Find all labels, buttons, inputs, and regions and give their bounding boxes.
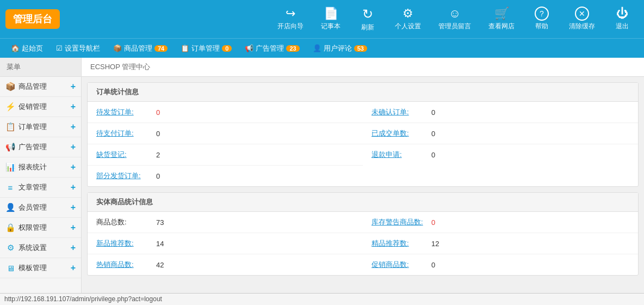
sidebar-item-system[interactable]: ⚙ 系统设置 + bbox=[0, 238, 81, 258]
sidebar-item-ads[interactable]: 📢 广告管理 + bbox=[0, 137, 81, 157]
reports-add-btn[interactable]: + bbox=[71, 162, 76, 172]
unconfirmed-row: 未确认订单: 0 bbox=[363, 102, 638, 123]
header-icon-logout[interactable]: ⏻ 退出 bbox=[606, 3, 639, 35]
reviews-nav-icon: 👤 bbox=[313, 44, 321, 52]
ads-add-btn[interactable]: + bbox=[71, 142, 76, 152]
reports-icon: 📊 bbox=[5, 162, 15, 172]
promo-goods-label[interactable]: 促销商品数: bbox=[371, 260, 426, 270]
reviews-badge: 53 bbox=[354, 45, 367, 52]
header-icon-refresh[interactable]: ↻ 刷新 bbox=[351, 3, 384, 35]
header-icon-settings[interactable]: ⚙ 个人设置 bbox=[388, 3, 428, 35]
unconfirmed-label[interactable]: 未确认订单: bbox=[371, 107, 426, 117]
goods-stats-right: 库存警告商品数: 0 精品推荐数: 12 促销商品数: 0 bbox=[363, 212, 638, 275]
logo: 管理后台 bbox=[5, 9, 60, 29]
members-add-btn[interactable]: + bbox=[71, 203, 76, 212]
best-goods-value: 12 bbox=[431, 240, 448, 248]
status-url: http://192.168.191.107/admin/privilege.p… bbox=[4, 295, 162, 303]
orders-icon: 📋 bbox=[5, 122, 15, 132]
ads-badge: 23 bbox=[286, 45, 299, 52]
settings-label: 个人设置 bbox=[395, 22, 421, 31]
nav-bar: 🏠 起始页 ☑ 设置导航栏 📦 商品管理 74 📋 订单管理 0 📢 广告管理 … bbox=[0, 38, 644, 58]
sidebar-goods-label: 商品管理 bbox=[18, 82, 67, 91]
sidebar-item-orders[interactable]: 📋 订单管理 + bbox=[0, 117, 81, 137]
order-stats-title: 订单统计信息 bbox=[88, 83, 638, 102]
shop-label: 查看网店 bbox=[488, 22, 515, 31]
nav-orders[interactable]: 📋 订单管理 0 bbox=[175, 41, 237, 56]
sidebar-item-goods[interactable]: 📦 商品管理 + bbox=[0, 77, 81, 97]
best-goods-label[interactable]: 精品推荐数: bbox=[371, 239, 426, 248]
nav-goods-label: 商品管理 bbox=[124, 44, 152, 53]
hot-goods-value: 42 bbox=[156, 261, 172, 269]
ads-nav-icon: 📢 bbox=[245, 44, 253, 52]
pending-shipment-label[interactable]: 待发货订单: bbox=[96, 107, 151, 117]
header-icon-notes[interactable]: 📄 记事本 bbox=[314, 3, 347, 35]
articles-add-btn[interactable]: + bbox=[71, 182, 76, 192]
header-icon-shop[interactable]: 🛒 查看网店 bbox=[482, 3, 521, 35]
ads-icon: 📢 bbox=[5, 142, 15, 152]
partial-shipment-row: 部分发货订单: 0 bbox=[88, 166, 363, 186]
promo-goods-row: 促销商品数: 0 bbox=[363, 254, 638, 275]
breadcrumb: ECSHOP 管理中心 bbox=[82, 58, 644, 77]
sidebar-item-permissions[interactable]: 🔒 权限管理 + bbox=[0, 218, 81, 238]
nav-ads[interactable]: 📢 广告管理 23 bbox=[239, 41, 305, 56]
new-goods-label[interactable]: 新品推荐数: bbox=[96, 239, 151, 248]
nav-setup-nav[interactable]: ☑ 设置导航栏 bbox=[51, 41, 106, 56]
goods-badge: 74 bbox=[154, 45, 168, 52]
goods-add-btn[interactable]: + bbox=[71, 82, 76, 91]
logout-icon: ⏻ bbox=[616, 7, 628, 21]
unconfirmed-value: 0 bbox=[431, 108, 448, 117]
sidebar-orders-label: 订单管理 bbox=[18, 122, 67, 132]
system-add-btn[interactable]: + bbox=[71, 243, 76, 253]
hot-goods-label[interactable]: 热销商品数: bbox=[96, 260, 151, 270]
sidebar-templates-label: 模板管理 bbox=[18, 263, 67, 273]
order-stats-right: 未确认订单: 0 已成交单数: 0 退款申请: 0 bbox=[363, 102, 638, 186]
promo-add-btn[interactable]: + bbox=[71, 102, 76, 112]
goods-stats-title: 实体商品统计信息 bbox=[88, 193, 638, 212]
goods-stats-card: 实体商品统计信息 商品总数: 73 新品推荐数: 14 热销商品数: bbox=[87, 192, 639, 276]
completed-label[interactable]: 已成交单数: bbox=[371, 129, 426, 138]
nav-reviews[interactable]: 👤 用户评论 53 bbox=[307, 41, 373, 56]
nav-home-label: 起始页 bbox=[22, 44, 43, 53]
nav-goods[interactable]: 📦 商品管理 74 bbox=[108, 41, 173, 56]
logout-label: 退出 bbox=[616, 22, 629, 31]
permissions-icon: 🔒 bbox=[5, 223, 15, 233]
nav-reviews-label: 用户评论 bbox=[324, 44, 352, 53]
sidebar-system-label: 系统设置 bbox=[18, 243, 67, 253]
sidebar-item-reports[interactable]: 📊 报表统计 + bbox=[0, 157, 81, 178]
pending-shipment-value: 0 bbox=[156, 108, 172, 117]
refund-label[interactable]: 退款申请: bbox=[371, 150, 426, 160]
shortage-label[interactable]: 缺货登记: bbox=[96, 150, 151, 160]
header-icon-message[interactable]: ☺ 管理员留言 bbox=[432, 3, 478, 35]
new-goods-row: 新品推荐数: 14 bbox=[88, 233, 363, 254]
goods-nav-icon: 📦 bbox=[113, 44, 122, 52]
header-icon-guide[interactable]: ↪ 开店向导 bbox=[271, 3, 310, 35]
sidebar-ads-label: 广告管理 bbox=[18, 142, 67, 152]
sidebar-permissions-label: 权限管理 bbox=[18, 223, 67, 233]
orders-nav-icon: 📋 bbox=[181, 44, 189, 52]
refresh-icon: ↻ bbox=[362, 7, 373, 22]
dashboard: 订单统计信息 待发货订单: 0 待支付订单: 0 缺货登记: bbox=[82, 77, 644, 286]
header-icon-help[interactable]: ? 帮助 bbox=[525, 3, 558, 35]
members-icon: 👤 bbox=[5, 203, 15, 212]
nav-home[interactable]: 🏠 起始页 bbox=[5, 41, 48, 56]
home-icon: 🏠 bbox=[11, 44, 20, 52]
templates-add-btn[interactable]: + bbox=[71, 263, 76, 273]
sidebar-item-templates[interactable]: 🖥 模板管理 + bbox=[0, 258, 81, 278]
header-icon-clear-cache[interactable]: ✕ 清除缓存 bbox=[562, 3, 602, 35]
shortage-row: 缺货登记: 2 bbox=[88, 144, 363, 166]
guide-label: 开店向导 bbox=[277, 22, 304, 31]
sidebar-item-members[interactable]: 👤 会员管理 + bbox=[0, 198, 81, 218]
low-stock-label[interactable]: 库存警告商品数: bbox=[371, 217, 426, 227]
notes-label: 记事本 bbox=[321, 22, 340, 31]
refund-row: 退款申请: 0 bbox=[363, 144, 638, 165]
best-goods-row: 精品推荐数: 12 bbox=[363, 233, 638, 254]
permissions-add-btn[interactable]: + bbox=[71, 223, 76, 233]
orders-add-btn[interactable]: + bbox=[71, 122, 76, 132]
nav-ads-label: 广告管理 bbox=[256, 44, 284, 53]
pending-payment-label[interactable]: 待支付订单: bbox=[96, 129, 151, 138]
sidebar-item-promo[interactable]: ⚡ 促销管理 + bbox=[0, 97, 81, 117]
partial-shipment-label[interactable]: 部分发货订单: bbox=[96, 171, 151, 181]
message-label: 管理员留言 bbox=[438, 22, 471, 31]
promo-goods-value: 0 bbox=[431, 261, 448, 269]
sidebar-item-articles[interactable]: ≡ 文章管理 + bbox=[0, 178, 81, 198]
